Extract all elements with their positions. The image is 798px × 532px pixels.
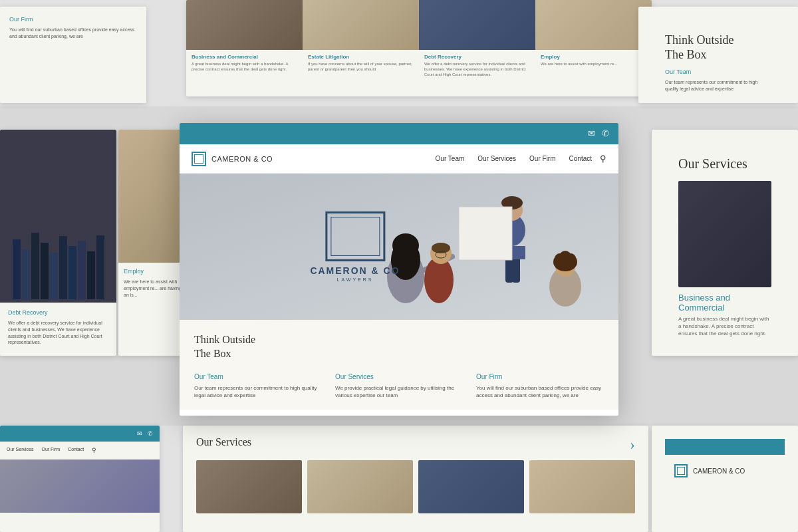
service-desc-1: If you have concerns about the will of y… (308, 62, 414, 72)
bg-card-our-firm: Our Firm You will find our suburban base… (0, 7, 146, 103)
search-icon[interactable]: ⚲ (600, 154, 606, 164)
content-card-services: Our Services We provide practical legal … (335, 373, 463, 399)
nav-our-services[interactable]: Our Services (477, 155, 516, 162)
debt-recovery-text: We offer a debt recovery service for ind… (8, 320, 108, 346)
bg-service-title: Business and Commercial (678, 293, 771, 313)
hero-logo-box-inner (331, 217, 380, 256)
nav-logo-text: CAMERON & CO (211, 155, 273, 163)
svg-rect-23 (459, 207, 512, 260)
hero-image: CAMERON & CO LAWYERS (180, 174, 618, 320)
bg-card-think: Think Outside The Box Our Team Our team … (638, 7, 798, 103)
svg-point-22 (565, 253, 576, 264)
mini-topbar-2 (665, 439, 785, 455)
window-content: Think Outside The Box Our Team Our team … (180, 320, 618, 410)
content-headline: Think Outside The Box (194, 333, 604, 361)
debt-recovery-label: Debt Recovery (8, 309, 108, 316)
mini-nav-contact: Contact (68, 447, 84, 454)
card-team-title: Our Team (194, 373, 322, 380)
content-card-team: Our Team Our team represents our commitm… (194, 373, 322, 399)
service-card-1: Estate Litigation If you have concerns a… (303, 0, 419, 96)
nav-links[interactable]: Our Team Our Services Our Firm Contact (436, 155, 592, 162)
mini-phone-icon: ✆ (148, 430, 153, 437)
service-card-2: Debt Recovery We offer a debt recovery s… (419, 0, 535, 96)
service-card-3: Employ We are here to assist with employ… (535, 0, 652, 96)
think-title: Think Outside The Box (665, 33, 771, 62)
hero-logo-overlay: CAMERON & CO LAWYERS (310, 211, 400, 282)
logo-box-icon (192, 152, 206, 166)
service-img-employ (535, 0, 652, 50)
mini-topbar: ✉ ✆ (0, 426, 160, 442)
card-firm-title: Our Firm (476, 373, 604, 380)
bg-bottom-services: Our Services › (183, 426, 648, 532)
our-team-bg-text: Our team represents our commitment to hi… (665, 79, 771, 92)
nav-contact[interactable]: Contact (569, 155, 592, 162)
thumb-1 (196, 460, 302, 513)
main-browser-window: ✉ ✆ CAMERON & CO Our Team Our Services O… (180, 123, 618, 416)
bg-our-services-card: Our Services Business and Commercial A g… (652, 130, 798, 356)
content-card-firm: Our Firm You will find our suburban base… (476, 373, 604, 399)
mini-search-icon: ⚲ (92, 447, 96, 454)
navbar: CAMERON & CO Our Team Our Services Our F… (180, 144, 618, 174)
email-icon: ✉ (588, 128, 595, 139)
service-title-1: Estate Litigation (308, 54, 414, 60)
employ-label: Employ (124, 268, 186, 275)
mini-nav-firm: Our Firm (41, 447, 60, 454)
bg-bottom-logo-card: CAMERON & CO (652, 426, 798, 532)
service-title-2: Debt Recovery (424, 54, 530, 60)
bottom-logo-box (674, 464, 688, 477)
our-services-bg-title: Our Services (678, 156, 771, 172)
bottom-firm-name: CAMERON & CO (693, 467, 745, 475)
thumb-4 (529, 460, 635, 513)
thumb-2 (307, 460, 413, 513)
mini-person-photo (0, 460, 160, 513)
window-topbar: ✉ ✆ (180, 123, 618, 144)
bg-bottom-browser: ✉ ✆ Our Services Our Firm Contact ⚲ (0, 426, 160, 532)
card-firm-text: You will find our suburban based offices… (476, 384, 604, 399)
service-title-3: Employ (541, 54, 646, 60)
card-team-text: Our team represents our commitment to hi… (194, 384, 322, 399)
service-title-0: Business and Commercial (192, 54, 297, 60)
service-desc-0: A great business deal might begin with a… (192, 62, 297, 72)
hero-logo-box (325, 211, 385, 261)
our-team-bg-label: Our Team (665, 68, 771, 75)
bottom-logo: CAMERON & CO (674, 464, 775, 477)
service-desc-2: We offer a debt recovery service for ind… (424, 62, 530, 77)
bottom-service-thumbnails (196, 460, 635, 513)
service-img-business (186, 0, 303, 50)
bg-bookshelf-card: Debt Recovery We offer a debt recovery s… (0, 130, 116, 356)
card-services-title: Our Services (335, 373, 463, 380)
employ-text: We are here to assist with employment re… (124, 279, 186, 298)
mini-email-icon: ✉ (137, 430, 142, 437)
bg-services-strip: Business and Commercial A great business… (186, 0, 652, 96)
our-firm-label: Our Firm (9, 16, 137, 23)
service-large-img (678, 181, 771, 287)
bottom-services-title: Our Services (196, 436, 251, 448)
content-cards: Our Team Our team represents our commitm… (194, 373, 604, 399)
mini-nav-services: Our Services (7, 447, 33, 454)
thumb-3 (418, 460, 524, 513)
nav-logo: CAMERON & CO (192, 152, 436, 166)
nav-our-firm[interactable]: Our Firm (529, 155, 555, 162)
service-img-debt (419, 0, 535, 50)
bookshelf (0, 130, 116, 303)
bg-service-desc: A great business deal might begin with a… (678, 315, 771, 338)
service-img-estate (303, 0, 419, 50)
card-services-text: We provide practical legal guidance by u… (335, 384, 463, 399)
hero-firm-sub: LAWYERS (310, 277, 400, 282)
svg-point-15 (432, 243, 450, 253)
our-firm-text: You will find our suburban based offices… (9, 27, 137, 40)
phone-icon: ✆ (602, 128, 609, 139)
service-desc-3: We are here to assist with employment re… (541, 62, 646, 67)
mini-nav: Our Services Our Firm Contact ⚲ (0, 442, 160, 460)
service-card-0: Business and Commercial A great business… (186, 0, 303, 96)
nav-our-team[interactable]: Our Team (436, 155, 465, 162)
hero-firm-name: CAMERON & CO (310, 265, 400, 276)
chevron-right-icon[interactable]: › (630, 436, 635, 454)
